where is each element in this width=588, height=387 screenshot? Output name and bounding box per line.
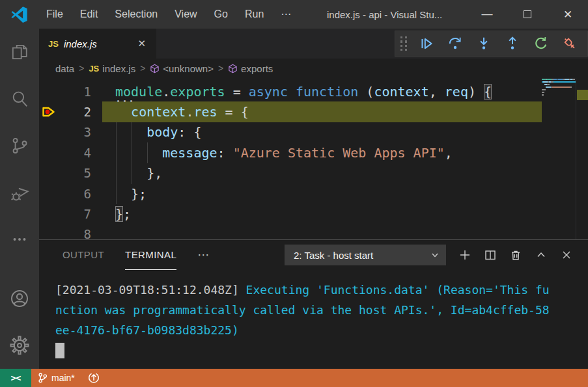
explorer-icon[interactable] xyxy=(0,29,39,75)
more-actions-icon[interactable] xyxy=(0,216,39,263)
code-line[interactable]: 7}; xyxy=(39,204,542,224)
minimap[interactable] xyxy=(542,78,576,239)
panel-actions xyxy=(455,245,576,265)
branch-icon xyxy=(38,372,48,384)
new-terminal-icon[interactable] xyxy=(455,245,475,265)
current-line-breakpoint-icon[interactable] xyxy=(42,106,56,118)
inline-hint-dots: ··· xyxy=(115,96,135,107)
code-line[interactable]: 6 }; xyxy=(39,183,542,204)
window-controls: — ✕ xyxy=(467,0,588,29)
kill-terminal-trash-icon[interactable] xyxy=(506,245,525,265)
line-number: 1 xyxy=(55,85,91,99)
line-number: 5 xyxy=(55,166,91,180)
breadcrumb-item[interactable]: JSindex.js xyxy=(89,63,135,74)
panel-more-icon[interactable]: ⋯ xyxy=(197,248,210,262)
terminal-line: ee-4176-bf67-b0983d83b225) xyxy=(55,320,588,340)
symbol-namespace-icon xyxy=(228,64,238,73)
publish-cloud-icon xyxy=(88,372,100,384)
tab-terminal[interactable]: TERMINAL xyxy=(125,240,176,270)
debug-step-out-icon[interactable] xyxy=(501,33,524,55)
line-number: 3 xyxy=(55,125,91,139)
source-control-icon[interactable] xyxy=(0,122,39,169)
code-line[interactable]: 4 message: "Azure Static Web Apps API", xyxy=(39,142,542,163)
debug-step-over-icon[interactable] xyxy=(444,33,466,55)
account-icon[interactable] xyxy=(0,275,39,322)
maximize-panel-chevron-icon[interactable] xyxy=(531,245,551,265)
split-terminal-icon[interactable] xyxy=(481,245,500,265)
git-branch-status[interactable]: main* xyxy=(31,369,81,387)
js-file-icon: JS xyxy=(48,39,59,49)
breadcrumb-item[interactable]: exports xyxy=(228,63,273,74)
editor-tab-bar: JS index.js ✕ xyxy=(39,29,588,59)
tab-output[interactable]: OUTPUT xyxy=(63,240,104,270)
code-line[interactable]: 5 }, xyxy=(39,163,542,183)
menu-run[interactable]: Run xyxy=(236,0,272,29)
code-line[interactable]: 1module.exports = async function (contex… xyxy=(39,81,542,101)
breadcrumb-separator: > xyxy=(140,63,145,73)
tab-index-js[interactable]: JS index.js ✕ xyxy=(39,29,156,59)
close-panel-icon[interactable] xyxy=(557,245,576,265)
menu-file[interactable]: File xyxy=(38,0,72,29)
panel-header: OUTPUT TERMINAL ⋯ 2: Task - host start xyxy=(39,240,588,270)
line-number: 6 xyxy=(55,187,91,201)
breadcrumb-item[interactable]: <unknown> xyxy=(150,63,214,74)
menu-bar: FileEditSelectionViewGoRun⋯ xyxy=(38,0,300,29)
vscode-window: FileEditSelectionViewGoRun⋯ index.js - a… xyxy=(0,0,588,387)
tab-label: index.js xyxy=(64,38,129,49)
run-and-debug-icon[interactable] xyxy=(0,169,39,216)
window-title: index.js - api - Visual Stu... xyxy=(300,9,467,20)
chevron-down-icon xyxy=(430,250,440,260)
debug-toolbar xyxy=(395,31,588,57)
code-line[interactable]: 3 body: { xyxy=(39,122,542,142)
overview-ruler[interactable] xyxy=(576,78,588,239)
breadcrumb: data>JSindex.js> <unknown>> exports xyxy=(39,59,588,78)
debug-restart-icon[interactable] xyxy=(530,33,552,55)
code-line[interactable]: 2 context.res = { xyxy=(39,101,542,122)
maximize-button[interactable] xyxy=(507,0,548,29)
terminal-line: [2021-03-09T18:51:12.048Z] Executing 'Fu… xyxy=(55,280,588,300)
debug-disconnect-icon[interactable] xyxy=(559,33,581,55)
breadcrumb-item[interactable]: data xyxy=(55,63,74,74)
remote-indicator[interactable]: >< xyxy=(0,369,31,387)
tab-close-icon[interactable]: ✕ xyxy=(133,36,150,51)
close-button[interactable]: ✕ xyxy=(548,0,588,29)
terminal-output[interactable]: [2021-03-09T18:51:12.048Z] Executing 'Fu… xyxy=(39,270,588,369)
menu-go[interactable]: Go xyxy=(206,0,236,29)
menu-more[interactable]: ⋯ xyxy=(272,0,300,29)
terminal-selector-dropdown[interactable]: 2: Task - host start xyxy=(285,245,446,265)
terminal-selector-value: 2: Task - host start xyxy=(294,250,430,261)
js-file-icon: JS xyxy=(89,64,99,73)
line-number: 8 xyxy=(55,227,91,239)
branch-name: main* xyxy=(51,373,75,383)
vscode-logo-icon xyxy=(0,6,38,23)
minimap-line xyxy=(542,96,576,99)
menu-selection[interactable]: Selection xyxy=(106,0,166,29)
code-lines: 1module.exports = async function (contex… xyxy=(39,81,542,239)
breadcrumb-separator: > xyxy=(218,63,223,73)
title-bar: FileEditSelectionViewGoRun⋯ index.js - a… xyxy=(0,0,588,29)
debug-continue-icon[interactable] xyxy=(415,33,438,55)
menu-edit[interactable]: Edit xyxy=(72,0,107,29)
settings-gear-icon[interactable] xyxy=(0,322,39,369)
symbol-namespace-icon xyxy=(150,64,160,73)
line-number: 4 xyxy=(55,146,91,160)
terminal-cursor xyxy=(55,343,64,358)
search-icon[interactable] xyxy=(0,75,39,122)
line-number: 2 xyxy=(55,105,91,119)
breadcrumb-separator: > xyxy=(79,63,84,73)
line-number: 7 xyxy=(55,207,91,221)
status-bar: >< main* xyxy=(0,369,588,387)
toolbar-drag-grip[interactable] xyxy=(400,36,408,51)
menu-view[interactable]: View xyxy=(166,0,205,29)
overview-ruler-marker xyxy=(577,90,588,100)
code-line[interactable]: 8 xyxy=(39,224,542,239)
publish-changes-button[interactable] xyxy=(81,369,106,387)
terminal-line: nction was programmatically called via t… xyxy=(55,300,588,320)
debug-step-into-icon[interactable] xyxy=(473,33,495,55)
bottom-panel: OUTPUT TERMINAL ⋯ 2: Task - host start xyxy=(39,239,588,369)
code-editor[interactable]: 1module.exports = async function (contex… xyxy=(39,78,588,239)
activity-bar xyxy=(0,29,39,369)
minimize-button[interactable]: — xyxy=(467,0,507,29)
